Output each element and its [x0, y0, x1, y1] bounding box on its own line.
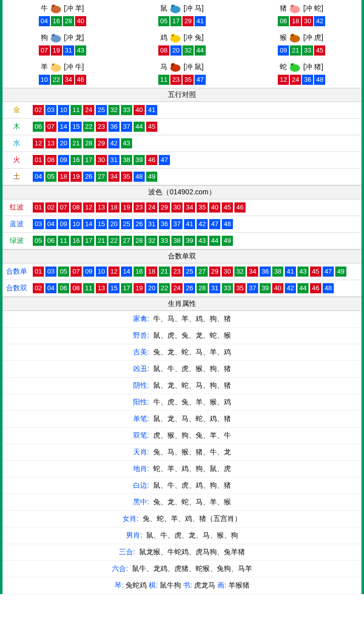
number-ball: 16 [71, 236, 82, 246]
number-ball: 46 [75, 75, 86, 85]
header-shengxiao: 生肖属性 [3, 297, 361, 311]
number-ball: 10 [71, 219, 82, 229]
dog-icon [49, 32, 63, 43]
number-ball: 38 [171, 236, 183, 246]
header-bose: 波色（014902.com） [3, 185, 361, 199]
row-label: 水 [3, 139, 31, 148]
number-ball: 43 [297, 267, 309, 277]
attr-label: 单笔: [133, 414, 149, 423]
number-ball: 45 [146, 122, 157, 132]
zodiac-name: 猴 [280, 33, 287, 42]
zodiac-cell: 鼠[冲 马]05172941 [122, 0, 241, 29]
attr-row: 黑中: 兔、龙、蛇、马、羊、猴 [3, 494, 361, 511]
zodiac-title: 鸡[冲 兔] [160, 32, 204, 43]
attr-label: 家禽: [133, 314, 149, 323]
attr-row: 三合: 鼠龙猴、牛蛇鸡、虎马狗、兔羊猪 [3, 544, 361, 561]
number-ball: 47 [209, 219, 220, 229]
number-ball: 35 [121, 172, 132, 182]
number-ball: 45 [310, 267, 321, 277]
number-ball: 03 [45, 105, 56, 115]
zodiac-cell: 牛[冲 羊]04162840 [3, 0, 122, 29]
number-ball: 10 [39, 75, 50, 85]
number-ball: 11 [158, 75, 169, 85]
zodiac-nums: 04162840 [3, 16, 122, 26]
number-ball: 36 [302, 75, 313, 85]
row-nums: 0102070812131819232429303435404546 [31, 201, 248, 214]
number-ball: 21 [290, 45, 301, 56]
number-ball: 16 [134, 267, 145, 277]
number-ball: 31 [108, 155, 119, 165]
number-ball: 25 [96, 105, 107, 115]
row-label: 合数双 [3, 284, 31, 293]
svg-point-19 [51, 63, 56, 68]
number-ball: 41 [195, 16, 206, 26]
number-ball: 36 [260, 267, 271, 277]
attr-label: 阴性: [133, 381, 149, 389]
main-wrapper: 牛[冲 羊]04162840鼠[冲 马]05172941猪[冲 蛇]061830… [0, 0, 364, 594]
number-ball: 06 [278, 16, 289, 26]
attr-text: 牛、虎、兔、羊、猴、鸡 [151, 398, 231, 406]
attr-label: 阳性: [133, 398, 149, 406]
attr-label: 男肖: [126, 531, 142, 539]
number-ball: 05 [33, 236, 44, 246]
attr-label: 黑中: [133, 498, 149, 506]
zodiac-title: 猪[冲 蛇] [280, 3, 323, 14]
number-ball: 17 [83, 236, 94, 246]
number-ball: 04 [45, 219, 56, 229]
number-ball: 31 [146, 219, 157, 229]
number-ball: 35 [234, 283, 246, 293]
number-ball: 18 [108, 202, 119, 213]
pig-icon [288, 3, 302, 14]
attr-text: 蛇、羊、鸡、狗、鼠、虎 [151, 464, 231, 472]
attr-rows: 家禽: 牛、马、羊、鸡、狗、猪野兽: 鼠、虎、兔、龙、蛇、猴吉美: 兔、龙、蛇、… [3, 311, 361, 577]
number-ball: 42 [314, 16, 325, 26]
number-ball: 40 [134, 105, 145, 115]
number-ball: 14 [58, 122, 69, 132]
data-row: 土04051819262734354849 [3, 169, 361, 185]
zodiac-title: 鼠[冲 马] [160, 3, 204, 14]
attr-label: 六合: [112, 564, 128, 572]
number-ball: 26 [184, 283, 195, 293]
attr-text: 鼠、虎、兔、龙、蛇、猴 [151, 331, 231, 339]
number-ball: 05 [45, 172, 56, 182]
number-ball: 37 [121, 122, 132, 132]
number-ball: 27 [197, 267, 208, 277]
snake-icon [288, 62, 302, 73]
attr-row: 女肖: 兔、蛇、羊、鸡、猪（五宫肖） [3, 511, 361, 528]
number-ball: 28 [197, 283, 208, 293]
number-ball: 28 [83, 138, 94, 148]
number-ball: 43 [121, 138, 132, 148]
bose-rows: 红波0102070812131819232429303435404546蓝波03… [3, 199, 361, 249]
number-ball: 48 [222, 219, 233, 229]
zodiac-conflict: [冲 羊] [64, 4, 84, 13]
number-ball: 05 [158, 16, 169, 26]
footer-label: 琴: [114, 581, 124, 589]
number-ball: 26 [83, 172, 94, 182]
attr-row: 吉美: 兔、龙、蛇、马、羊、鸡 [3, 344, 361, 361]
number-ball: 17 [83, 155, 94, 165]
number-ball: 40 [272, 283, 283, 293]
attr-row: 家禽: 牛、马、羊、鸡、狗、猪 [3, 311, 361, 328]
number-ball: 12 [108, 267, 119, 277]
attr-row: 双笔: 虎、猴、狗、兔、羊、牛 [3, 428, 361, 444]
zodiac-cell: 马[冲 鼠]11233547 [122, 59, 241, 88]
number-ball: 15 [71, 122, 82, 132]
number-ball: 20 [170, 45, 181, 56]
data-row: 绿波05061116172122272832333839434449 [3, 233, 361, 249]
zodiac-title: 猴[冲 虎] [280, 32, 323, 43]
footer-text: 鼠牛狗 [160, 581, 183, 589]
number-ball: 41 [285, 267, 296, 277]
data-row: 蓝波03040910141520252631363741424748 [3, 216, 361, 233]
zodiac-name: 猪 [280, 4, 287, 13]
number-ball: 40 [209, 202, 220, 213]
number-ball: 40 [75, 16, 86, 26]
number-ball: 21 [159, 267, 170, 277]
number-ball: 29 [209, 267, 220, 277]
number-ball: 37 [171, 219, 183, 229]
attr-text: 兔、龙、蛇、马、羊、鸡 [151, 348, 231, 356]
number-ball: 28 [63, 16, 74, 26]
row-label: 金 [3, 106, 31, 115]
attr-row: 野兽: 鼠、虎、兔、龙、蛇、猴 [3, 328, 361, 344]
number-ball: 12 [278, 75, 289, 85]
zodiac-conflict: [冲 兔] [184, 33, 204, 42]
